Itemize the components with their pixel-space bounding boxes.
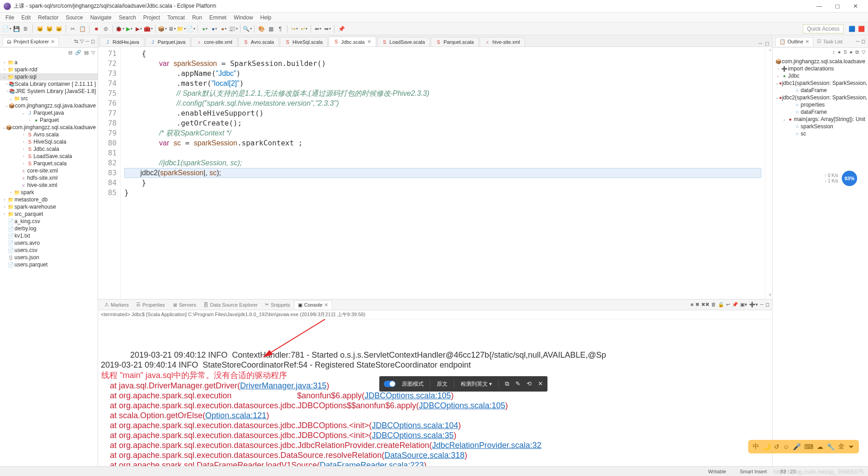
console-tab-servers[interactable]: 🖥Servers bbox=[169, 301, 200, 309]
new-package-button[interactable]: 📁 bbox=[177, 25, 185, 33]
cut-icon[interactable]: ✂ bbox=[69, 25, 77, 33]
outline-item[interactable]: ›➕import declarations bbox=[774, 65, 867, 72]
tree-item[interactable]: ⌄📁spark-sql bbox=[0, 73, 98, 80]
outline-tree[interactable]: 📦com.jinghangzz.sql.scala.loadsave›➕impo… bbox=[773, 56, 868, 466]
clear-console-icon[interactable]: 🗑 bbox=[711, 302, 716, 308]
project-tree[interactable]: ›📁a›📁spark-rdd⌄📁spark-sql›📚Scala Library… bbox=[0, 57, 98, 466]
tree-item[interactable]: ›📚JRE System Library [JavaSE-1.8] bbox=[0, 88, 98, 95]
sort-icon[interactable]: ↕ bbox=[833, 49, 835, 55]
hide-nonpublic-icon[interactable]: ● bbox=[849, 49, 853, 55]
editor-tab[interactable]: SLoadSave.scala bbox=[377, 37, 430, 47]
scroll-lock-icon[interactable]: 🔒 bbox=[718, 302, 724, 308]
tree-item[interactable]: ›📁src_parquet bbox=[0, 210, 98, 218]
code-editor[interactable]: { var sparkSession = SparkSession.builde… bbox=[121, 47, 765, 299]
ime-item[interactable]: ☺ bbox=[783, 443, 789, 451]
menu-window[interactable]: Window bbox=[230, 14, 257, 22]
ime-item[interactable]: ⏷ bbox=[848, 443, 854, 451]
ext-tools-button[interactable]: 🧰 bbox=[144, 25, 152, 33]
skip-icon[interactable]: ⊘ bbox=[102, 25, 110, 33]
console-stop-icon[interactable]: ■ bbox=[691, 302, 694, 308]
ime-float-bar[interactable]: 中🌙↺☺🎤⌨☁🔧全⏷ bbox=[748, 440, 859, 453]
new-trait-button[interactable]: ● bbox=[220, 25, 228, 33]
editor-tab[interactable]: JParquet.java bbox=[145, 37, 191, 47]
new-pkg-button[interactable]: 📰 bbox=[229, 25, 237, 33]
hide-static-icon[interactable]: S bbox=[844, 49, 847, 55]
pe-minimize-icon[interactable]: ─ bbox=[85, 38, 89, 44]
ime-item[interactable]: 中 bbox=[753, 443, 759, 451]
back-button[interactable]: ⬅ bbox=[314, 25, 322, 33]
menu-edit[interactable]: Edit bbox=[18, 14, 34, 22]
new-scala-button[interactable]: 📦 bbox=[158, 25, 166, 33]
editor-tab[interactable]: SParquet.scala bbox=[431, 37, 479, 47]
tree-item[interactable]: 📄users.csv bbox=[0, 247, 98, 254]
outline-item[interactable]: ○properties bbox=[774, 101, 867, 108]
translate-toggle[interactable] bbox=[384, 381, 396, 387]
new-jsp-button[interactable]: 📄 bbox=[187, 25, 195, 33]
wrap-icon[interactable]: ↩ bbox=[726, 302, 730, 308]
tree-item[interactable]: ⌄📁src bbox=[0, 95, 98, 102]
toggle-mark-icon[interactable]: 🎨 bbox=[257, 25, 265, 33]
outline-item[interactable]: ○sparkSession bbox=[774, 123, 867, 130]
tree-item[interactable]: ›●Parquet bbox=[0, 117, 98, 124]
tasklist-title[interactable]: Task List bbox=[823, 39, 843, 44]
debug-button[interactable]: 🐞 bbox=[116, 25, 124, 33]
link-icon[interactable]: 🔗 bbox=[75, 50, 81, 56]
editor-min-icon[interactable]: ─ bbox=[758, 40, 762, 47]
ime-item[interactable]: ↺ bbox=[774, 443, 779, 451]
copy-icon[interactable]: ⧉ bbox=[505, 379, 509, 389]
editor-tab[interactable]: SAvro.scala bbox=[238, 37, 279, 47]
tree-item[interactable]: xhive-site.xml bbox=[0, 182, 98, 189]
tree-item[interactable]: ›📁spark bbox=[0, 189, 98, 196]
new-server-button[interactable]: 🖥 bbox=[168, 25, 176, 33]
translate-overlay[interactable]: 原图模式 原文 检测到英文 ▾ ⧉ ✎ ⟲ ✕ bbox=[379, 376, 547, 392]
copy-icon[interactable]: 📋 bbox=[78, 25, 86, 33]
perspective-scala-icon[interactable]: 🟥 bbox=[857, 25, 865, 33]
pe-close-icon[interactable]: ✕ bbox=[51, 39, 55, 45]
menu-refactor[interactable]: Refactor bbox=[34, 14, 62, 22]
forward-button[interactable]: ➡ bbox=[323, 25, 331, 33]
coverage-button[interactable]: ▶ bbox=[135, 25, 143, 33]
editor-area[interactable]: 717273747576777879808182838485 { var spa… bbox=[98, 47, 772, 299]
tree-item[interactable]: ›SJdbc.scala bbox=[0, 145, 98, 153]
console-tab-snippets[interactable]: ✂Snippets bbox=[261, 300, 294, 309]
overview-ruler[interactable]: ^ v bbox=[765, 47, 772, 299]
collapse-all-icon[interactable]: ⊟ bbox=[68, 50, 72, 56]
console-tab-markers[interactable]: ⚠Markers bbox=[101, 300, 132, 309]
console-output[interactable]: 原图模式 原文 检测到英文 ▾ ⧉ ✎ ⟲ ✕ 2019-03-21 09:40… bbox=[98, 319, 772, 466]
ime-item[interactable]: 🌙 bbox=[763, 443, 770, 451]
perspective-java-icon[interactable]: 🟦 bbox=[848, 25, 856, 33]
outline-item[interactable]: ○dataFrame bbox=[774, 87, 867, 94]
close-icon[interactable]: ✕ bbox=[538, 379, 543, 389]
hide-fields-icon[interactable]: ● bbox=[838, 49, 841, 55]
tree-item[interactable]: xcore-site.xml bbox=[0, 167, 98, 174]
tree-item[interactable]: ›📁metastore_db bbox=[0, 196, 98, 203]
editor-tab[interactable]: JRddHw.java bbox=[100, 37, 144, 47]
tree-item[interactable]: 📄users.avro bbox=[0, 239, 98, 247]
console-min-icon[interactable]: ─ bbox=[760, 302, 764, 308]
close-button[interactable]: ✕ bbox=[846, 3, 864, 9]
tree-item[interactable]: ⌄📦com.jinghangzz.sql.scala.loadsave bbox=[0, 124, 98, 131]
translate-lang[interactable]: 检测到英文 ▾ bbox=[461, 379, 492, 389]
display-sel-icon[interactable]: ▣▾ bbox=[740, 302, 747, 308]
tree-item[interactable]: ›SHiveSql.scala bbox=[0, 138, 98, 145]
save-all-button[interactable]: 🗎 bbox=[22, 25, 30, 33]
focus-icon[interactable]: ▤ bbox=[84, 50, 89, 56]
console-tab-data-source-explorer[interactable]: 🗄Data Source Explorer bbox=[200, 301, 261, 309]
menu-run[interactable]: Run bbox=[189, 14, 206, 22]
annotation-nav1-icon[interactable]: ↪ bbox=[290, 25, 298, 33]
menu-navigate[interactable]: Navigate bbox=[86, 14, 115, 22]
menu-project[interactable]: Project bbox=[140, 14, 164, 22]
console-tab-properties[interactable]: ☰Properties bbox=[132, 300, 169, 309]
outline-item[interactable]: ⌄●jdbc1(sparkSession: SparkSession, sc: … bbox=[774, 79, 867, 87]
new-obj-button[interactable]: ● bbox=[210, 25, 218, 33]
run-button[interactable]: ▶ bbox=[125, 25, 133, 33]
tree-item[interactable]: ⌄📦com.jinghangzz.sql.java.loadsave bbox=[0, 102, 98, 109]
link-editor-icon[interactable]: ⇆ bbox=[74, 38, 78, 44]
outline-menu-icon[interactable]: ▽ bbox=[862, 49, 865, 55]
tree-item[interactable]: ›📁a bbox=[0, 59, 98, 66]
minimize-button[interactable]: — bbox=[810, 3, 828, 9]
tree-item[interactable]: ›📚Scala Library container [ 2.11.11 ] bbox=[0, 80, 98, 88]
tree-item[interactable]: 📄kv1.txt bbox=[0, 232, 98, 239]
editor-tab[interactable]: xhive-site.xml bbox=[480, 37, 525, 47]
outline-max-icon[interactable]: ◻ bbox=[861, 38, 865, 44]
